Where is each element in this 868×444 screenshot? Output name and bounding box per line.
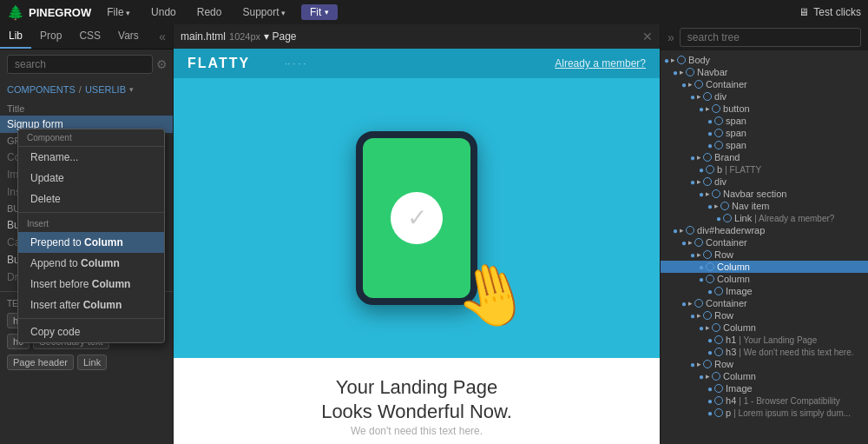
caret-icon[interactable]: ▸ [680, 226, 684, 235]
eye-icon[interactable]: ● [690, 311, 695, 321]
tree-item[interactable]: ●b | FLATTY [661, 163, 868, 176]
support-menu[interactable]: Support [237, 4, 291, 20]
tab-css[interactable]: CSS [70, 24, 109, 49]
caret-icon[interactable]: ▸ [697, 153, 701, 162]
undo-menu[interactable]: Undo [146, 4, 181, 20]
userlib-caret[interactable]: ▾ [129, 85, 134, 94]
tab-prop[interactable]: Prop [31, 24, 70, 49]
caret-icon[interactable]: ▸ [706, 372, 710, 381]
tree-item[interactable]: ●▸Nav item [661, 200, 868, 212]
eye-icon[interactable]: ● [690, 177, 695, 187]
eye-icon[interactable]: ● [699, 275, 704, 284]
caret-icon[interactable]: ▸ [697, 250, 701, 259]
eye-icon[interactable]: ● [681, 238, 687, 248]
tree-item[interactable]: ●Image [661, 382, 868, 394]
caret-icon[interactable]: ▸ [688, 238, 693, 247]
tree-search-input[interactable] [680, 28, 861, 47]
userlib-label[interactable]: USERLIB [85, 84, 126, 95]
tree-item[interactable]: ●▸Row [661, 249, 868, 261]
ctx-append-col[interactable]: Append to Column [18, 253, 164, 274]
ctx-update[interactable]: Update [18, 168, 164, 189]
caret-icon[interactable]: ▸ [706, 323, 710, 332]
tree-item[interactable]: ●h4 | 1 - Browser Compatibility [661, 394, 868, 407]
tree-item[interactable]: ●▸Container [661, 78, 868, 90]
eye-icon[interactable]: ● [707, 141, 713, 150]
eye-icon[interactable]: ● [690, 360, 695, 369]
tree-item[interactable]: ●h1 | Your Landing Page [661, 334, 868, 346]
caret-icon[interactable]: ▸ [706, 189, 710, 198]
tree-item[interactable]: ●Column [661, 273, 868, 285]
tree-item[interactable]: ●span [661, 139, 868, 151]
tree-item[interactable]: ●▸div [661, 90, 868, 103]
eye-icon[interactable]: ● [699, 262, 704, 272]
eye-icon[interactable]: ● [673, 68, 678, 77]
search-input[interactable] [7, 55, 153, 74]
eye-icon[interactable]: ● [699, 372, 704, 381]
tree-item[interactable]: ●▸Row [661, 309, 868, 321]
eye-icon[interactable]: ● [707, 202, 713, 211]
tree-item[interactable]: ●▸Container [661, 236, 868, 249]
tree-item[interactable]: ●▸Brand [661, 151, 868, 163]
tree-item[interactable]: ●Link | Already a member? [661, 212, 868, 224]
eye-icon[interactable]: ● [707, 384, 713, 394]
tree-item[interactable]: ●▸Row [661, 358, 868, 370]
eye-icon[interactable]: ● [716, 214, 721, 223]
gear-icon[interactable]: ⚙ [156, 57, 168, 71]
fit-button[interactable]: Fit [301, 4, 338, 20]
tree-item[interactable]: ●Image [661, 285, 868, 297]
ctx-rename[interactable]: Rename... [18, 147, 164, 168]
close-canvas-button[interactable]: ✕ [642, 30, 653, 43]
eye-icon[interactable]: ● [707, 335, 713, 345]
caret-icon[interactable]: ▸ [688, 80, 693, 89]
ctx-insert-after-col[interactable]: Insert after Column [18, 295, 164, 315]
ctx-copy-code[interactable]: Copy code [18, 321, 164, 342]
tree-item[interactable]: ●▸Navbar section [661, 188, 868, 200]
file-menu[interactable]: File [102, 4, 135, 20]
tree-item[interactable]: ●Column [661, 261, 868, 273]
page-dropdown[interactable]: ▾ Page [264, 30, 296, 43]
redo-menu[interactable]: Redo [192, 4, 227, 20]
caret-icon[interactable]: ▸ [671, 56, 675, 64]
eye-icon[interactable]: ● [690, 92, 695, 102]
eye-icon[interactable]: ● [707, 348, 713, 357]
tree-item[interactable]: ●▸Container [661, 297, 868, 309]
caret-icon[interactable]: ▸ [697, 360, 701, 368]
eye-icon[interactable]: ● [707, 287, 713, 296]
eye-icon[interactable]: ● [690, 250, 695, 260]
tree-item[interactable]: ●h3 | We don't need this text here. [661, 346, 868, 358]
tree-item[interactable]: ●▸button [661, 103, 868, 115]
caret-icon[interactable]: ▸ [706, 104, 710, 113]
eye-icon[interactable]: ● [707, 116, 713, 126]
tree-item[interactable]: ●span [661, 127, 868, 139]
tree-item[interactable]: ●▸Navbar [661, 66, 868, 78]
tag-link[interactable]: Link [77, 355, 107, 370]
caret-icon[interactable]: ▸ [680, 68, 684, 76]
tree-item[interactable]: ●▸Body [661, 54, 868, 66]
tree-item[interactable]: ●▸div [661, 176, 868, 188]
eye-icon[interactable]: ● [673, 226, 678, 235]
eye-icon[interactable]: ● [699, 104, 704, 114]
tree-item[interactable]: ●span [661, 115, 868, 127]
eye-icon[interactable]: ● [699, 189, 704, 199]
tab-vars[interactable]: Vars [109, 24, 148, 49]
caret-icon[interactable]: ▸ [697, 92, 701, 101]
eye-icon[interactable]: ● [681, 299, 687, 308]
eye-icon[interactable]: ● [699, 165, 704, 175]
tree-item[interactable]: ●▸Column [661, 321, 868, 334]
caret-icon[interactable]: ▸ [697, 311, 701, 320]
collapse-panel-button[interactable]: « [152, 24, 173, 49]
tree-item[interactable]: ●▸div#headerwrap [661, 224, 868, 236]
eye-icon[interactable]: ● [707, 129, 713, 138]
eye-icon[interactable]: ● [681, 80, 687, 89]
eye-icon[interactable]: ● [699, 323, 704, 333]
caret-icon[interactable]: ▸ [697, 177, 701, 186]
tag-page-header[interactable]: Page header [7, 355, 74, 370]
tab-lib[interactable]: Lib [0, 24, 31, 49]
eye-icon[interactable]: ● [707, 408, 713, 418]
caret-icon[interactable]: ▸ [688, 299, 693, 308]
tree-item[interactable]: ●▸Column [661, 370, 868, 382]
eye-icon[interactable]: ● [664, 56, 669, 65]
ctx-prepend-col[interactable]: Prepend to Column [18, 232, 164, 253]
tree-item[interactable]: ●p | Lorem ipsum is simply dum... [661, 407, 868, 419]
expand-tree-button[interactable]: » [667, 30, 674, 44]
